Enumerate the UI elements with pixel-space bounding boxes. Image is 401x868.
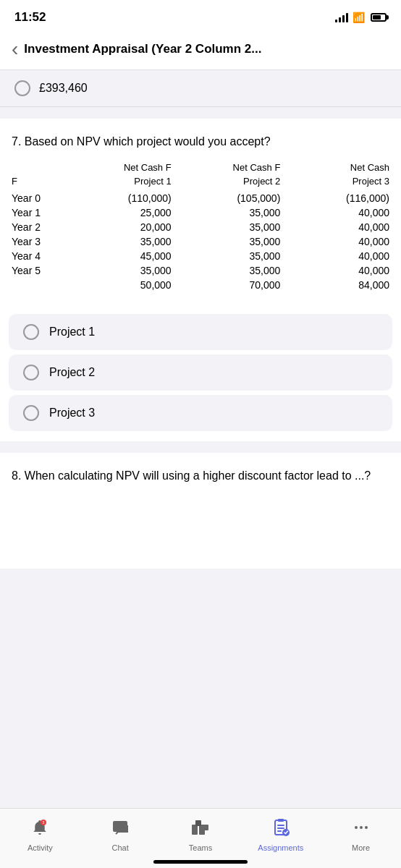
tab-teams[interactable]: Teams	[161, 813, 241, 852]
col-sub-f: F	[12, 176, 62, 188]
radio-project2[interactable]	[23, 365, 39, 380]
table-row: Year 2 20,000 35,000 40,000	[12, 220, 389, 234]
status-bar: 11:52 📶	[0, 0, 401, 32]
radio-project1[interactable]	[23, 324, 39, 340]
radio-project3[interactable]	[23, 405, 39, 421]
battery-icon	[371, 13, 387, 22]
option-project3-label: Project 3	[49, 407, 95, 420]
row-p3: 40,000	[280, 250, 389, 262]
table-subheaders: F Project 1 Project 2 Project 3	[12, 176, 389, 188]
previous-option-row[interactable]: £393,460	[0, 70, 401, 107]
radio-button-393460[interactable]	[14, 80, 30, 96]
more-icon	[353, 819, 370, 841]
svg-text:3: 3	[43, 820, 45, 825]
svg-rect-5	[195, 820, 201, 826]
status-icons: 📶	[335, 12, 387, 23]
activity-label: Activity	[28, 843, 53, 852]
row-label: Year 4	[12, 250, 62, 262]
tab-assignments[interactable]: Assignments	[240, 813, 321, 852]
row-label: Year 5	[12, 265, 62, 276]
status-time: 11:52	[14, 10, 46, 25]
row-p3: 40,000	[280, 221, 389, 233]
table-row: 50,000 70,000 84,000	[12, 278, 389, 292]
svg-rect-11	[277, 827, 284, 829]
row-p3: 84,000	[280, 279, 389, 291]
table-row: Year 0 (110,000) (105,000) (116,000)	[12, 191, 389, 205]
divider	[0, 107, 401, 119]
svg-rect-7	[192, 829, 198, 835]
chat-icon	[111, 819, 129, 841]
assignments-icon	[272, 819, 290, 841]
option-text-393460: £393,460	[39, 82, 88, 95]
row-p2: (105,000)	[172, 192, 281, 204]
table-row: Year 1 25,000 35,000 40,000	[12, 205, 389, 220]
row-p2: 35,000	[172, 265, 281, 276]
nav-header: ‹ Investment Appraisal (Year 2 Column 2.…	[0, 32, 401, 70]
assignments-label: Assignments	[258, 843, 303, 852]
question7-text: 7. Based on NPV which project would you …	[12, 133, 389, 150]
row-label	[12, 279, 62, 291]
row-label: Year 3	[12, 236, 62, 247]
tab-more[interactable]: More	[321, 813, 401, 852]
col-header-p3: Net Cash	[280, 162, 389, 174]
page-title: Investment Appraisal (Year 2 Column 2...	[24, 42, 261, 56]
wifi-icon: 📶	[353, 12, 365, 23]
option-project2[interactable]: Project 2	[9, 354, 392, 391]
q7-options: Project 1 Project 2 Project 3	[0, 304, 401, 441]
option-project3[interactable]: Project 3	[9, 395, 392, 431]
col-header-p1: Net Cash F	[62, 162, 172, 174]
row-p1: 35,000	[62, 265, 172, 276]
col-sub-p2: Project 2	[172, 176, 281, 188]
row-p3: 40,000	[280, 265, 389, 276]
svg-point-17	[365, 826, 368, 829]
tab-chat[interactable]: Chat	[80, 813, 161, 852]
col-sub-p3: Project 3	[280, 176, 389, 188]
row-p1: (110,000)	[62, 192, 172, 204]
option-project2-label: Project 2	[49, 366, 95, 379]
row-p1: 25,000	[62, 207, 172, 218]
table-headers: Net Cash F Net Cash F Net Cash	[12, 162, 389, 174]
activity-icon: 3	[31, 819, 48, 841]
row-label: Year 2	[12, 221, 62, 233]
svg-point-15	[355, 826, 358, 829]
tab-activity[interactable]: 3 Activity	[0, 813, 80, 852]
svg-rect-13	[278, 819, 284, 822]
divider2	[0, 441, 401, 453]
row-p3: (116,000)	[280, 192, 389, 204]
row-p3: 40,000	[280, 207, 389, 218]
row-p2: 35,000	[172, 250, 281, 262]
question8-text: 8. When calculating NPV will using a hig…	[12, 467, 389, 485]
chat-label: Chat	[112, 843, 129, 852]
option-project1-label: Project 1	[49, 326, 95, 339]
table-row: Year 3 35,000 35,000 40,000	[12, 234, 389, 249]
option-project1[interactable]: Project 1	[9, 314, 392, 350]
row-p1: 35,000	[62, 236, 172, 247]
more-label: More	[352, 843, 370, 852]
row-p3: 40,000	[280, 236, 389, 247]
signal-icon	[335, 12, 348, 22]
table-row: Year 4 45,000 35,000 40,000	[12, 249, 389, 263]
svg-rect-12	[277, 830, 282, 832]
tab-bar: 3 Activity Chat Teams	[0, 808, 401, 868]
col-header-empty	[12, 162, 62, 174]
row-p2: 35,000	[172, 236, 281, 247]
home-indicator	[153, 860, 248, 864]
question7-section: 7. Based on NPV which project would you …	[0, 119, 401, 304]
row-label: Year 1	[12, 207, 62, 218]
row-p2: 35,000	[172, 207, 281, 218]
row-p1: 20,000	[62, 221, 172, 233]
svg-rect-10	[277, 825, 284, 826]
teams-icon	[190, 819, 211, 841]
col-sub-p1: Project 1	[62, 176, 172, 188]
svg-rect-2	[113, 821, 127, 832]
row-label: Year 0	[12, 192, 62, 204]
row-p2: 70,000	[172, 279, 281, 291]
back-button[interactable]: ‹	[12, 39, 18, 59]
col-header-p2: Net Cash F	[172, 162, 281, 174]
table-row: Year 5 35,000 35,000 40,000	[12, 263, 389, 278]
svg-point-16	[360, 826, 363, 829]
row-p2: 35,000	[172, 221, 281, 233]
row-p1: 45,000	[62, 250, 172, 262]
svg-rect-8	[199, 829, 205, 835]
row-p1: 50,000	[62, 279, 172, 291]
